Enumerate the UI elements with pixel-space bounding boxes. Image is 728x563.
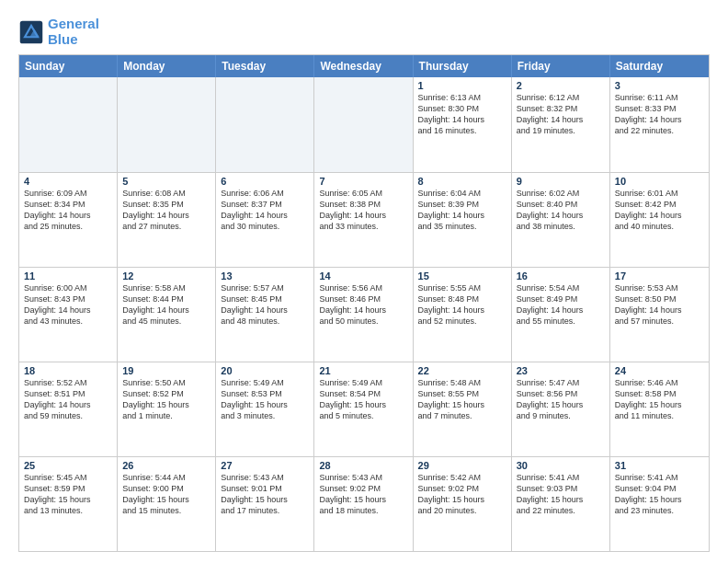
day-number: 29 (418, 460, 506, 471)
day-info: Sunrise: 5:41 AM Sunset: 9:04 PM Dayligh… (615, 472, 704, 517)
empty-cell (314, 77, 413, 172)
day-number: 21 (319, 365, 407, 376)
day-cell-27: 27Sunrise: 5:43 AM Sunset: 9:01 PM Dayli… (216, 457, 314, 551)
day-info: Sunrise: 6:00 AM Sunset: 8:43 PM Dayligh… (24, 282, 112, 327)
day-cell-19: 19Sunrise: 5:50 AM Sunset: 8:52 PM Dayli… (118, 362, 216, 456)
day-info: Sunrise: 5:53 AM Sunset: 8:50 PM Dayligh… (615, 282, 704, 327)
day-info: Sunrise: 6:01 AM Sunset: 8:42 PM Dayligh… (615, 188, 704, 233)
day-number: 9 (517, 176, 605, 187)
header-day-friday: Friday (512, 55, 610, 77)
day-info: Sunrise: 5:54 AM Sunset: 8:49 PM Dayligh… (517, 282, 605, 327)
day-number: 25 (24, 460, 112, 471)
day-cell-5: 5Sunrise: 6:08 AM Sunset: 8:35 PM Daylig… (118, 173, 216, 267)
header-day-monday: Monday (118, 55, 216, 77)
header-day-sunday: Sunday (19, 55, 118, 77)
day-info: Sunrise: 5:58 AM Sunset: 8:44 PM Dayligh… (122, 282, 210, 327)
day-cell-13: 13Sunrise: 5:57 AM Sunset: 8:45 PM Dayli… (216, 268, 314, 362)
logo: General Blue (18, 17, 99, 47)
day-info: Sunrise: 5:57 AM Sunset: 8:45 PM Dayligh… (221, 282, 309, 327)
day-cell-4: 4Sunrise: 6:09 AM Sunset: 8:34 PM Daylig… (19, 173, 118, 267)
day-info: Sunrise: 5:42 AM Sunset: 9:02 PM Dayligh… (418, 472, 506, 517)
day-info: Sunrise: 6:08 AM Sunset: 8:35 PM Dayligh… (122, 188, 210, 233)
day-number: 11 (24, 270, 112, 282)
day-info: Sunrise: 5:43 AM Sunset: 9:02 PM Dayligh… (319, 472, 407, 517)
day-info: Sunrise: 6:13 AM Sunset: 8:30 PM Dayligh… (418, 92, 506, 137)
day-number: 20 (221, 365, 309, 376)
day-number: 15 (418, 270, 506, 282)
day-number: 5 (122, 176, 210, 187)
day-info: Sunrise: 6:06 AM Sunset: 8:37 PM Dayligh… (221, 188, 309, 233)
day-number: 23 (517, 365, 605, 376)
day-info: Sunrise: 5:55 AM Sunset: 8:48 PM Dayligh… (418, 282, 506, 327)
day-number: 19 (122, 365, 210, 376)
day-number: 14 (319, 270, 407, 282)
day-number: 6 (221, 176, 309, 187)
day-info: Sunrise: 5:52 AM Sunset: 8:51 PM Dayligh… (24, 377, 112, 422)
day-number: 10 (615, 176, 704, 187)
day-cell-9: 9Sunrise: 6:02 AM Sunset: 8:40 PM Daylig… (512, 173, 610, 267)
header-day-tuesday: Tuesday (216, 55, 314, 77)
day-number: 17 (615, 270, 704, 282)
day-number: 31 (615, 460, 704, 471)
calendar-row-3: 11Sunrise: 6:00 AM Sunset: 8:43 PM Dayli… (19, 267, 709, 362)
day-cell-31: 31Sunrise: 5:41 AM Sunset: 9:04 PM Dayli… (610, 457, 709, 551)
empty-cell (118, 77, 216, 172)
day-cell-11: 11Sunrise: 6:00 AM Sunset: 8:43 PM Dayli… (19, 268, 118, 362)
day-info: Sunrise: 5:41 AM Sunset: 9:03 PM Dayligh… (517, 472, 605, 517)
day-info: Sunrise: 6:11 AM Sunset: 8:33 PM Dayligh… (615, 92, 704, 137)
day-cell-28: 28Sunrise: 5:43 AM Sunset: 9:02 PM Dayli… (314, 457, 413, 551)
day-cell-29: 29Sunrise: 5:42 AM Sunset: 9:02 PM Dayli… (414, 457, 512, 551)
day-info: Sunrise: 5:49 AM Sunset: 8:53 PM Dayligh… (221, 377, 309, 422)
day-info: Sunrise: 5:46 AM Sunset: 8:58 PM Dayligh… (615, 377, 704, 422)
day-cell-1: 1Sunrise: 6:13 AM Sunset: 8:30 PM Daylig… (414, 77, 512, 172)
day-number: 16 (517, 270, 605, 282)
day-number: 4 (24, 176, 112, 187)
day-number: 3 (615, 80, 704, 91)
day-info: Sunrise: 5:47 AM Sunset: 8:56 PM Dayligh… (517, 377, 605, 422)
day-info: Sunrise: 6:02 AM Sunset: 8:40 PM Dayligh… (517, 188, 605, 233)
day-cell-23: 23Sunrise: 5:47 AM Sunset: 8:56 PM Dayli… (512, 362, 610, 456)
calendar-row-1: 1Sunrise: 6:13 AM Sunset: 8:30 PM Daylig… (19, 77, 709, 172)
day-number: 30 (517, 460, 605, 471)
empty-cell (19, 77, 118, 172)
day-cell-8: 8Sunrise: 6:04 AM Sunset: 8:39 PM Daylig… (414, 173, 512, 267)
day-cell-6: 6Sunrise: 6:06 AM Sunset: 8:37 PM Daylig… (216, 173, 314, 267)
day-info: Sunrise: 5:56 AM Sunset: 8:46 PM Dayligh… (319, 282, 407, 327)
day-cell-10: 10Sunrise: 6:01 AM Sunset: 8:42 PM Dayli… (610, 173, 709, 267)
day-number: 7 (319, 176, 407, 187)
day-number: 26 (122, 460, 210, 471)
day-info: Sunrise: 6:05 AM Sunset: 8:38 PM Dayligh… (319, 188, 407, 233)
day-number: 12 (122, 270, 210, 282)
day-cell-3: 3Sunrise: 6:11 AM Sunset: 8:33 PM Daylig… (610, 77, 709, 172)
day-number: 8 (418, 176, 506, 187)
day-number: 28 (319, 460, 407, 471)
day-cell-30: 30Sunrise: 5:41 AM Sunset: 9:03 PM Dayli… (512, 457, 610, 551)
day-number: 24 (615, 365, 704, 376)
day-info: Sunrise: 5:48 AM Sunset: 8:55 PM Dayligh… (418, 377, 506, 422)
day-cell-21: 21Sunrise: 5:49 AM Sunset: 8:54 PM Dayli… (314, 362, 413, 456)
calendar-row-5: 25Sunrise: 5:45 AM Sunset: 8:59 PM Dayli… (19, 456, 709, 551)
calendar-row-2: 4Sunrise: 6:09 AM Sunset: 8:34 PM Daylig… (19, 172, 709, 267)
day-info: Sunrise: 6:12 AM Sunset: 8:32 PM Dayligh… (517, 92, 605, 137)
day-number: 2 (517, 80, 605, 91)
day-cell-18: 18Sunrise: 5:52 AM Sunset: 8:51 PM Dayli… (19, 362, 118, 456)
day-info: Sunrise: 5:44 AM Sunset: 9:00 PM Dayligh… (122, 472, 210, 517)
day-info: Sunrise: 5:50 AM Sunset: 8:52 PM Dayligh… (122, 377, 210, 422)
day-info: Sunrise: 5:45 AM Sunset: 8:59 PM Dayligh… (24, 472, 112, 517)
header-day-wednesday: Wednesday (314, 55, 413, 77)
day-number: 18 (24, 365, 112, 376)
day-cell-20: 20Sunrise: 5:49 AM Sunset: 8:53 PM Dayli… (216, 362, 314, 456)
day-cell-24: 24Sunrise: 5:46 AM Sunset: 8:58 PM Dayli… (610, 362, 709, 456)
day-number: 27 (221, 460, 309, 471)
logo-text: General Blue (48, 17, 99, 47)
calendar-body: 1Sunrise: 6:13 AM Sunset: 8:30 PM Daylig… (19, 77, 709, 551)
calendar-row-4: 18Sunrise: 5:52 AM Sunset: 8:51 PM Dayli… (19, 362, 709, 456)
day-cell-22: 22Sunrise: 5:48 AM Sunset: 8:55 PM Dayli… (414, 362, 512, 456)
day-cell-16: 16Sunrise: 5:54 AM Sunset: 8:49 PM Dayli… (512, 268, 610, 362)
calendar-header: SundayMondayTuesdayWednesdayThursdayFrid… (19, 55, 709, 77)
empty-cell (216, 77, 314, 172)
day-cell-26: 26Sunrise: 5:44 AM Sunset: 9:00 PM Dayli… (118, 457, 216, 551)
logo-icon (18, 19, 44, 45)
day-info: Sunrise: 5:43 AM Sunset: 9:01 PM Dayligh… (221, 472, 309, 517)
day-cell-7: 7Sunrise: 6:05 AM Sunset: 8:38 PM Daylig… (314, 173, 413, 267)
